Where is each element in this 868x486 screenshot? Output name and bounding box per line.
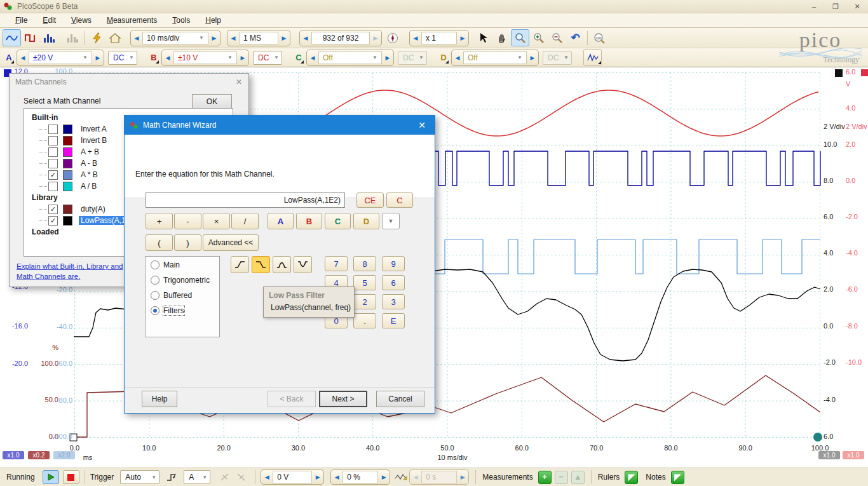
channel-checkbox[interactable]	[48, 147, 58, 157]
band-stop-filter-button[interactable]	[294, 256, 312, 273]
undo-zoom-button[interactable]: ↶	[566, 29, 585, 46]
zoom-out-button[interactable]	[548, 29, 566, 46]
range-prev-arrow[interactable]: ◀	[162, 55, 173, 61]
pretrigger-field[interactable]: 0 %	[342, 471, 378, 483]
channel-name[interactable]: Invert B	[79, 136, 109, 145]
open-paren-button[interactable]: (	[146, 234, 173, 251]
range-dropdown[interactable]: ±10 V▼	[173, 51, 237, 64]
level-down-arrow[interactable]: ◀	[261, 474, 273, 480]
range-prev-arrow[interactable]: ◀	[452, 55, 463, 61]
trigger-source-dropdown[interactable]: A▼	[184, 470, 210, 484]
range-dropdown[interactable]: Off▼	[318, 51, 382, 64]
notes-button[interactable]: ◤	[671, 471, 684, 484]
range-next-arrow[interactable]: ▶	[527, 55, 538, 61]
timebase-next-arrow[interactable]: ▶	[208, 35, 220, 41]
scope-view-button[interactable]	[3, 29, 21, 46]
trigger-mode-dropdown[interactable]: Auto▼	[120, 470, 159, 484]
start-capture-button[interactable]	[43, 470, 59, 484]
pretrig-down-arrow[interactable]: ◀	[331, 474, 342, 480]
add-measurement-button[interactable]: +	[538, 471, 552, 484]
buffer-prev-arrow[interactable]: ◀	[300, 35, 311, 41]
timebase-dropdown[interactable]: 10 ms/div▼	[142, 32, 208, 44]
timebase-prev-arrow[interactable]: ◀	[131, 35, 142, 41]
channel-checkbox[interactable]: ✓	[48, 216, 58, 226]
band-pass-filter-button[interactable]	[273, 256, 291, 273]
axis-marker[interactable]	[813, 433, 822, 442]
radio-circle-icon[interactable]	[151, 276, 159, 285]
radio-circle-icon[interactable]	[151, 306, 159, 315]
range-prev-arrow[interactable]: ◀	[17, 55, 29, 61]
numpad-key-e[interactable]: E	[382, 313, 405, 328]
channel-c-label[interactable]: C	[294, 51, 304, 65]
stop-capture-button[interactable]	[63, 470, 79, 484]
channel-checkbox[interactable]	[48, 159, 58, 168]
menu-tools[interactable]: Tools	[166, 15, 196, 26]
channel-d-label[interactable]: D	[438, 51, 449, 65]
clear-entry-button[interactable]: CE	[356, 192, 384, 208]
channel-a-button[interactable]: A	[268, 213, 294, 229]
channel-b-label[interactable]: B	[149, 51, 159, 65]
rulers-button[interactable]: ◤	[625, 471, 638, 484]
channel-checkbox[interactable]	[48, 182, 58, 191]
persistence-view-button[interactable]	[21, 29, 39, 46]
numpad-key-2[interactable]: 2	[353, 294, 376, 309]
high-pass-filter-button[interactable]	[231, 256, 249, 273]
numpad-key-5[interactable]: 5	[353, 275, 376, 290]
channel-checkbox[interactable]: ✓	[48, 205, 58, 214]
menu-views[interactable]: Views	[65, 15, 98, 26]
low-pass-filter-button[interactable]	[252, 256, 270, 273]
trigger-level-field[interactable]: 0 V	[273, 471, 312, 483]
maximize-button[interactable]: ❐	[825, 1, 846, 12]
ok-button[interactable]: OK	[192, 94, 232, 109]
autosetup-button[interactable]	[87, 29, 105, 46]
buffer-field[interactable]: 932 of 932	[311, 32, 370, 44]
help-button[interactable]: Help	[142, 391, 177, 407]
holdoff-up-arrow[interactable]: ▶	[457, 474, 468, 480]
channel-checkbox[interactable]: ✓	[48, 170, 58, 180]
channel-a-label[interactable]: A	[4, 51, 14, 65]
trigger-marker-button[interactable]	[393, 470, 409, 484]
radio-circle-icon[interactable]	[151, 260, 159, 269]
scale-badge[interactable]: x2.0	[53, 451, 75, 459]
more-channels-dropdown[interactable]: ▼	[382, 213, 400, 229]
channel-c-button[interactable]: C	[325, 213, 351, 229]
next-button[interactable]: Next >	[319, 391, 367, 407]
zoom-factor-field[interactable]: x 1	[421, 32, 457, 44]
pan-tool-button[interactable]	[492, 29, 511, 46]
radio-trigonometric[interactable]: Trigonometric	[151, 273, 219, 287]
wizard-close-icon[interactable]: ✕	[409, 120, 435, 130]
marquee-zoom-button[interactable]	[511, 29, 529, 46]
math-channels-button[interactable]	[583, 49, 602, 66]
channel-b-coupling-dropdown[interactable]: DC▼	[253, 51, 282, 65]
math-dialog-titlebar[interactable]: Math Channels ✕	[10, 74, 248, 90]
axis-marker[interactable]	[861, 69, 868, 76]
range-next-arrow[interactable]: ▶	[92, 55, 104, 61]
samples-field[interactable]: 1 MS	[239, 32, 278, 44]
menu-measurements[interactable]: Measurements	[100, 15, 163, 26]
channel-name[interactable]: duty(A)	[79, 205, 107, 213]
channel-name[interactable]: A + B	[79, 147, 101, 156]
channel-name[interactable]: A * B	[79, 170, 100, 179]
wizard-titlebar[interactable]: Math Channel Wizard ✕	[125, 116, 435, 135]
zoom-out-arrow[interactable]: ◀	[410, 35, 421, 41]
equation-field[interactable]: LowPass(A,1E2)	[146, 192, 345, 208]
numpad-key-8[interactable]: 8	[353, 256, 376, 271]
channel-name[interactable]: A - B	[79, 159, 99, 168]
numpad-key-3[interactable]: 3	[382, 294, 405, 309]
numpad-key-dot[interactable]: .	[353, 313, 376, 328]
range-dropdown[interactable]: ±20 V▼	[29, 51, 92, 64]
cancel-button[interactable]: Cancel	[376, 391, 424, 407]
radio-filters[interactable]: Filters	[151, 304, 219, 318]
scale-badge[interactable]: x1.0	[843, 451, 864, 459]
minimize-button[interactable]: –	[803, 1, 825, 12]
range-dropdown[interactable]: Off▼	[463, 51, 527, 64]
radio-circle-icon[interactable]	[151, 291, 159, 300]
buffer-overview-button[interactable]	[383, 29, 402, 46]
explain-link-line1[interactable]: Explain what Built-in, Library and	[17, 262, 123, 270]
zoom-in-button[interactable]	[529, 29, 548, 46]
samples-next-arrow[interactable]: ▶	[278, 35, 290, 41]
zoom-full-button[interactable]: 100	[590, 29, 609, 46]
numpad-key-9[interactable]: 9	[382, 256, 405, 271]
channel-checkbox[interactable]	[48, 125, 58, 134]
operator-button-minus[interactable]: -	[174, 213, 201, 229]
